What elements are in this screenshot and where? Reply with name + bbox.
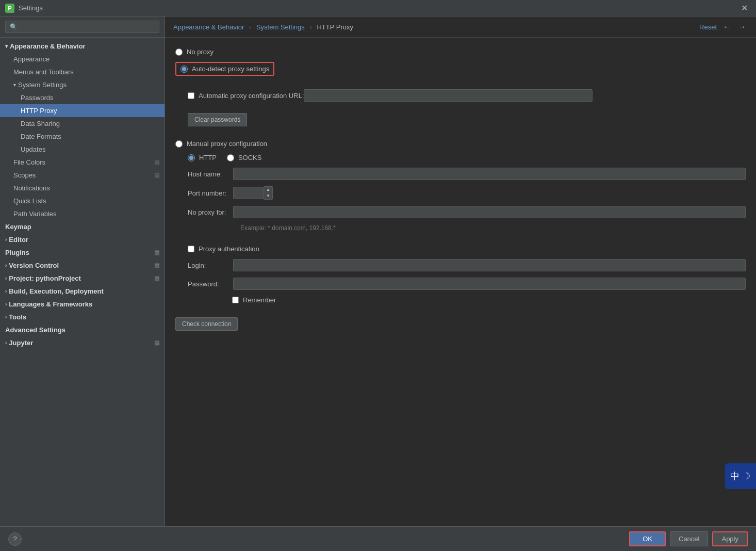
ok-button[interactable]: OK (629, 531, 666, 546)
manual-proxy-group: Manual proxy configuration (175, 140, 746, 148)
app-icon: P (5, 4, 14, 13)
clear-passwords-button[interactable]: Clear passwords (188, 113, 247, 126)
sidebar-item-editor[interactable]: › Editor (0, 233, 165, 246)
sidebar-item-scopes[interactable]: Scopes ▤ (0, 169, 165, 182)
remember-group: Remember (175, 296, 746, 304)
sidebar-item-file-colors[interactable]: File Colors ▤ (0, 156, 165, 169)
sidebar-item-passwords[interactable]: Passwords (0, 91, 165, 104)
window-title: Settings (19, 4, 738, 12)
port-number-group: Port number: 80 ▲ ▼ (175, 186, 746, 200)
socks-option[interactable]: SOCKS (227, 154, 262, 161)
port-number-input[interactable]: 80 (233, 187, 264, 199)
sidebar-item-path-variables[interactable]: Path Variables (0, 207, 165, 220)
sidebar-item-http-proxy[interactable]: HTTP Proxy (0, 104, 165, 117)
help-button[interactable]: ? (8, 532, 22, 546)
check-connection-button[interactable]: Check connection (175, 317, 238, 331)
nav-forward-button[interactable]: → (736, 22, 748, 32)
password-input[interactable] (233, 278, 746, 290)
breadcrumb: Appearance & Behavior › System Settings … (173, 23, 353, 31)
sidebar-item-tools[interactable]: › Tools (0, 311, 165, 323)
proxy-auth-option[interactable]: Proxy authentication (188, 245, 259, 253)
sidebar-item-notifications[interactable]: Notifications (0, 182, 165, 195)
host-name-input[interactable] (233, 168, 746, 180)
port-increment-button[interactable]: ▲ (264, 187, 272, 193)
settings-content: No proxy Auto-detect proxy settings Auto… (165, 38, 756, 526)
clear-passwords-group: Clear passwords (175, 113, 746, 126)
auto-detect-group: Auto-detect proxy settings (175, 62, 746, 76)
search-input[interactable] (5, 21, 159, 33)
login-input[interactable] (233, 259, 746, 271)
chevron-down-icon: ▾ (13, 82, 16, 88)
sidebar-search-area (0, 17, 165, 38)
no-proxy-radio[interactable] (175, 48, 183, 56)
sidebar-item-project[interactable]: › Project: pythonProject ▤ (0, 272, 165, 285)
password-group: Password: (175, 278, 746, 290)
breadcrumb-part3: HTTP Proxy (317, 23, 353, 31)
cancel-button[interactable]: Cancel (670, 531, 708, 546)
sidebar-item-languages-frameworks[interactable]: › Languages & Frameworks (0, 298, 165, 311)
auto-config-checkbox-label[interactable]: Automatic proxy configuration URL: (188, 92, 304, 100)
auto-detect-option[interactable]: Auto-detect proxy settings (180, 65, 269, 73)
reset-button[interactable]: Reset (699, 23, 717, 31)
port-decrement-button[interactable]: ▼ (264, 193, 272, 199)
sidebar-item-data-sharing[interactable]: Data Sharing (0, 117, 165, 130)
sidebar-item-system-settings[interactable]: ▾ System Settings (0, 78, 165, 91)
apply-button[interactable]: Apply (712, 531, 748, 546)
no-proxy-for-label: No proxy for: (188, 208, 229, 216)
sidebar-item-jupyter[interactable]: › Jupyter ▤ (0, 336, 165, 349)
remember-option[interactable]: Remember (232, 296, 276, 304)
sidebar-item-advanced-settings[interactable]: Advanced Settings (0, 323, 165, 336)
sidebar-item-plugins[interactable]: Plugins ▤ (0, 246, 165, 259)
expand-icon: ▤ (154, 159, 159, 166)
expand-icon: ▤ (154, 275, 159, 282)
manual-proxy-radio[interactable] (175, 140, 183, 148)
no-proxy-hint-group: Example: *.domain.com, 192.168.* (175, 224, 746, 232)
title-bar: P Settings ✕ (0, 0, 756, 17)
sidebar-item-version-control[interactable]: › Version Control ▤ (0, 259, 165, 272)
expand-icon: ▤ (154, 339, 159, 346)
http-socks-group: HTTP SOCKS (175, 154, 746, 161)
auto-detect-radio[interactable] (180, 66, 188, 73)
expand-icon: ▤ (154, 262, 159, 269)
password-label: Password: (188, 280, 229, 288)
content-area: Appearance & Behavior › System Settings … (165, 17, 756, 526)
expand-icon: ▤ (154, 249, 159, 256)
auto-config-checkbox[interactable] (188, 92, 194, 99)
nav-back-button[interactable]: ← (721, 22, 732, 32)
no-proxy-for-group: No proxy for: (175, 206, 746, 218)
breadcrumb-part2[interactable]: System Settings (256, 23, 305, 31)
socks-radio[interactable] (227, 154, 234, 161)
chevron-right-icon: › (5, 301, 7, 307)
sidebar-items-list: ▾ Appearance & Behavior Appearance Menus… (0, 38, 165, 526)
manual-proxy-option[interactable]: Manual proxy configuration (175, 140, 267, 148)
login-label: Login: (188, 262, 229, 269)
close-button[interactable]: ✕ (738, 2, 751, 14)
chevron-right-icon: › (5, 340, 7, 346)
sidebar-item-menus-toolbars[interactable]: Menus and Toolbars (0, 66, 165, 78)
overlay-widget: 中 ☽ (725, 463, 756, 489)
proxy-auth-checkbox[interactable] (188, 246, 194, 252)
check-connection-group: Check connection (175, 317, 746, 331)
bottom-bar-actions: OK Cancel Apply (629, 531, 748, 546)
login-group: Login: (175, 259, 746, 271)
sidebar-item-date-formats[interactable]: Date Formats (0, 130, 165, 143)
sidebar-item-quick-lists[interactable]: Quick Lists (0, 195, 165, 207)
no-proxy-for-input[interactable] (233, 206, 746, 218)
sidebar-item-updates[interactable]: Updates (0, 143, 165, 156)
chevron-down-icon: ▾ (5, 43, 8, 49)
port-number-label: Port number: (188, 189, 229, 197)
sidebar-item-appearance[interactable]: Appearance (0, 53, 165, 66)
bottom-bar: ? OK Cancel Apply (0, 526, 756, 551)
sidebar-item-keymap[interactable]: Keymap (0, 220, 165, 233)
sidebar-item-appearance-behavior[interactable]: ▾ Appearance & Behavior (0, 40, 165, 53)
no-proxy-option[interactable]: No proxy (175, 48, 213, 56)
proxy-auth-group: Proxy authentication (175, 245, 746, 253)
auto-config-url-input[interactable] (304, 89, 593, 102)
host-name-group: Host name: (175, 168, 746, 180)
sidebar-item-build-execution[interactable]: › Build, Execution, Deployment (0, 285, 165, 298)
http-option[interactable]: HTTP (188, 154, 217, 161)
http-radio[interactable] (188, 154, 195, 161)
remember-checkbox[interactable] (232, 297, 239, 303)
breadcrumb-part1[interactable]: Appearance & Behavior (173, 23, 244, 31)
breadcrumb-actions: Reset ← → (699, 22, 748, 32)
